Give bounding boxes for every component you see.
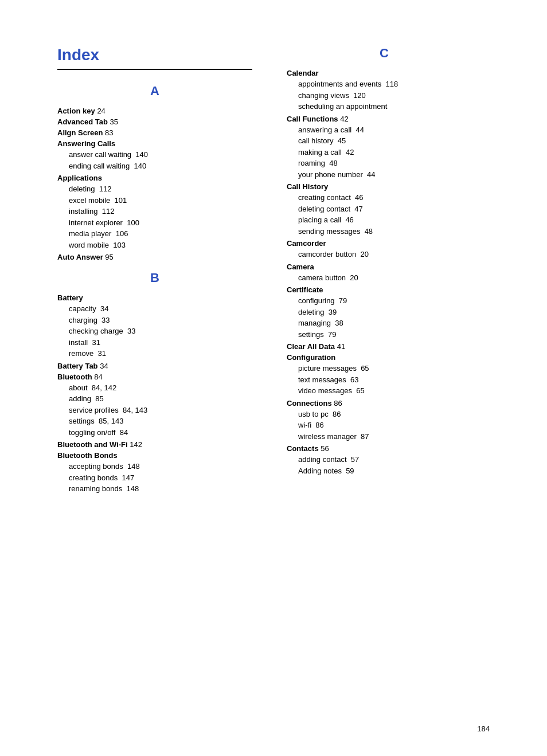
sub-internet-explorer: internet explorer 100: [69, 217, 252, 229]
sub-camera-button: camera button 20: [298, 272, 482, 284]
sub-settings: settings 85, 143: [69, 416, 252, 427]
entry-bluetooth: Bluetooth 84 about 84, 142 adding 85 ser…: [57, 373, 252, 438]
entry-battery: Battery capacity 34 charging 33 checking…: [57, 293, 252, 359]
sub-service-profiles: service profiles 84, 143: [69, 405, 252, 416]
sub-your-phone-number: your phone number 44: [298, 169, 482, 181]
entry-call-functions: Call Functions 42 answering a call 44 ca…: [287, 115, 482, 181]
sub-renaming-bonds: renaming bonds 148: [69, 483, 252, 495]
sub-deleting-contact: deleting contact 47: [298, 203, 482, 215]
right-column: C Calendar appointments and events 118 c…: [269, 46, 482, 504]
sub-ending-call-waiting: ending call waiting 140: [69, 160, 252, 172]
sub-install: install 31: [69, 337, 252, 348]
entry-configuration: Configuration picture messages 65 text m…: [287, 353, 482, 397]
sub-creating-bonds: creating bonds 147: [69, 472, 252, 484]
entry-auto-answer: Auto Answer 95: [57, 253, 252, 261]
sub-installing: installing 112: [69, 206, 252, 217]
entry-align-screen: Align Screen 83: [57, 128, 252, 137]
sub-charging: charging 33: [69, 315, 252, 326]
sub-video-messages: video messages 65: [298, 385, 482, 397]
sub-appointments-events: appointments and events 118: [298, 79, 482, 90]
sub-media-player: media player 106: [69, 228, 252, 240]
entry-answering-calls: Answering Calls answer call waiting 140 …: [57, 139, 252, 171]
sub-creating-contact: creating contact 46: [298, 192, 482, 203]
sub-roaming: roaming 48: [298, 158, 482, 169]
sub-capacity: capacity 34: [69, 303, 252, 315]
sub-changing-views: changing views 120: [298, 90, 482, 101]
index-title: Index: [57, 46, 252, 64]
sub-call-history: call history 45: [298, 135, 482, 147]
entry-battery-tab: Battery Tab 34: [57, 362, 252, 370]
entry-clear-all-data: Clear All Data 41: [287, 342, 482, 351]
sub-camcorder-button: camcorder button 20: [298, 249, 482, 260]
entry-bluetooth-bonds: Bluetooth Bonds accepting bonds 148 crea…: [57, 451, 252, 495]
entry-connections: Connections 86 usb to pc 86 wi-fi 86 wir…: [287, 399, 482, 442]
sub-making-a-call: making a call 42: [298, 147, 482, 158]
entry-contacts: Contacts 56 adding contact 57 Adding not…: [287, 444, 482, 476]
sub-picture-messages: picture messages 65: [298, 363, 482, 374]
left-column: Index A Action key 24 Advanced Tab 35 Al…: [57, 46, 269, 504]
entry-certificate: Certificate configuring 79 deleting 39 m…: [287, 285, 482, 340]
sub-answer-call-waiting: answer call waiting 140: [69, 149, 252, 160]
sub-usb-to-pc: usb to pc 86: [298, 409, 482, 420]
entry-advanced-tab: Advanced Tab 35: [57, 117, 252, 126]
sub-placing-a-call: placing a call 46: [298, 214, 482, 226]
page: Index A Action key 24 Advanced Tab 35 Al…: [0, 0, 547, 756]
sub-text-messages: text messages 63: [298, 374, 482, 386]
sub-cert-settings: settings 79: [298, 329, 482, 340]
entry-camera: Camera camera button 20: [287, 263, 482, 284]
sub-answering-a-call: answering a call 44: [298, 124, 482, 136]
sub-wireless-manager: wireless manager 87: [298, 431, 482, 442]
divider: [57, 69, 252, 70]
entry-calendar: Calendar appointments and events 118 cha…: [287, 69, 482, 112]
sub-adding-contact: adding contact 57: [298, 454, 482, 465]
sub-word-mobile: word mobile 103: [69, 240, 252, 251]
sub-adding: adding 85: [69, 393, 252, 405]
entry-call-history: Call History creating contact 46 deletin…: [287, 182, 482, 237]
section-a: A Action key 24 Advanced Tab 35 Align Sc…: [57, 84, 252, 261]
page-number: 184: [477, 724, 490, 733]
sub-accepting-bonds: accepting bonds 148: [69, 461, 252, 472]
entry-bluetooth-wifi: Bluetooth and Wi-Fi 142: [57, 440, 252, 449]
sub-about: about 84, 142: [69, 382, 252, 394]
letter-b: B: [57, 271, 252, 285]
sub-adding-notes: Adding notes 59: [298, 465, 482, 477]
sub-scheduling: scheduling an appointment: [298, 101, 482, 112]
entry-applications: Applications deleting 112 excel mobile 1…: [57, 174, 252, 250]
section-c: C Calendar appointments and events 118 c…: [287, 46, 482, 476]
sub-sending-messages: sending messages 48: [298, 226, 482, 237]
sub-deleting: deleting 112: [69, 183, 252, 195]
sub-checking-charge: checking charge 33: [69, 326, 252, 337]
sub-managing: managing 38: [298, 318, 482, 329]
entry-action-key: Action key 24: [57, 107, 252, 115]
entry-camcorder: Camcorder camcorder button 20: [287, 239, 482, 260]
letter-c: C: [287, 46, 482, 61]
letter-a: A: [57, 84, 252, 99]
sub-cert-deleting: deleting 39: [298, 307, 482, 318]
sub-remove: remove 31: [69, 348, 252, 359]
sub-configuring: configuring 79: [298, 295, 482, 307]
sub-excel-mobile: excel mobile 101: [69, 195, 252, 206]
section-b: B Battery capacity 34 charging 33 checki…: [57, 271, 252, 495]
sub-toggling: toggling on/off 84: [69, 427, 252, 438]
sub-wi-fi: wi-fi 86: [298, 420, 482, 431]
